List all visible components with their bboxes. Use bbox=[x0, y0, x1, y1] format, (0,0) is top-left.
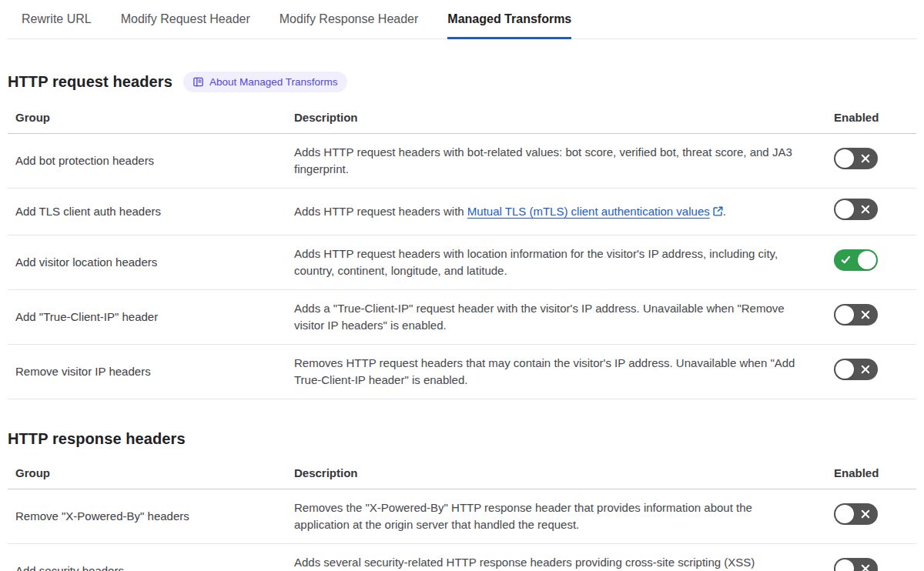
description-cell: Removes the "X-Powered-By" HTTP response… bbox=[286, 489, 826, 544]
description-cell: Adds HTTP request headers with location … bbox=[286, 235, 826, 290]
response-headers-title: HTTP response headers bbox=[8, 430, 186, 448]
column-header-group: Group bbox=[8, 459, 286, 489]
tab-modify-response-header[interactable]: Modify Response Header bbox=[280, 10, 419, 39]
description-cell: Adds a "True-Client-IP" request header w… bbox=[286, 290, 826, 345]
toggle-knob bbox=[835, 559, 854, 571]
book-icon bbox=[192, 76, 204, 88]
table-row: Add "True-Client-IP" header Adds a "True… bbox=[8, 290, 916, 345]
column-header-enabled: Enabled bbox=[826, 459, 916, 489]
toggle-knob bbox=[835, 360, 854, 379]
request-headers-table: Group Description Enabled Add bot protec… bbox=[8, 103, 916, 399]
enabled-toggle[interactable] bbox=[834, 558, 878, 571]
tab-bar: Rewrite URLModify Request HeaderModify R… bbox=[8, 0, 916, 39]
table-row: Add visitor location headers Adds HTTP r… bbox=[8, 235, 916, 290]
check-icon bbox=[841, 255, 851, 265]
tab-managed-transforms[interactable]: Managed Transforms bbox=[447, 10, 571, 39]
table-header-row: Group Description Enabled bbox=[8, 103, 916, 134]
group-cell: Add TLS client auth headers bbox=[8, 189, 286, 235]
toggle-knob bbox=[835, 149, 854, 168]
about-managed-transforms-label: About Managed Transforms bbox=[209, 77, 338, 88]
table-row: Add security headers Adds several securi… bbox=[8, 544, 916, 571]
mtls-values-link[interactable]: Mutual TLS (mTLS) client authentication … bbox=[467, 205, 710, 218]
toggle-knob bbox=[835, 200, 854, 219]
managed-transforms-page: Rewrite URLModify Request HeaderModify R… bbox=[8, 0, 916, 571]
enabled-toggle[interactable] bbox=[834, 359, 878, 380]
about-managed-transforms-link[interactable]: About Managed Transforms bbox=[183, 72, 347, 92]
group-cell: Add bot protection headers bbox=[8, 134, 286, 189]
enabled-toggle[interactable] bbox=[834, 249, 878, 271]
description-cell: Adds HTTP request headers with Mutual TL… bbox=[286, 189, 826, 235]
group-cell: Remove visitor IP headers bbox=[8, 345, 286, 399]
tab-rewrite-url[interactable]: Rewrite URL bbox=[22, 10, 92, 39]
column-header-group: Group bbox=[8, 103, 286, 134]
x-icon bbox=[861, 205, 870, 214]
toggle-knob bbox=[835, 505, 854, 523]
group-cell: Add "True-Client-IP" header bbox=[8, 290, 286, 345]
group-cell: Add security headers bbox=[8, 544, 286, 571]
x-icon bbox=[861, 310, 870, 319]
enabled-toggle[interactable] bbox=[834, 148, 878, 169]
column-header-description: Description bbox=[286, 103, 826, 134]
group-cell: Add visitor location headers bbox=[8, 235, 286, 290]
x-icon bbox=[861, 564, 870, 571]
description-cell: Adds several security-related HTTP respo… bbox=[286, 544, 826, 571]
toggle-knob bbox=[858, 251, 876, 269]
request-headers-title: HTTP request headers bbox=[8, 73, 172, 91]
toggle-knob bbox=[835, 306, 854, 324]
response-headers-section: HTTP response headers Group Description … bbox=[8, 430, 916, 571]
column-header-enabled: Enabled bbox=[826, 103, 916, 134]
x-icon bbox=[861, 365, 870, 374]
description-cell: Adds HTTP request headers with bot-relat… bbox=[286, 134, 826, 189]
x-icon bbox=[861, 154, 870, 163]
enabled-toggle[interactable] bbox=[834, 199, 878, 220]
table-row: Remove "X-Powered-By" headers Removes th… bbox=[8, 489, 916, 544]
x-icon bbox=[861, 509, 870, 519]
enabled-toggle[interactable] bbox=[834, 304, 878, 326]
table-header-row: Group Description Enabled bbox=[8, 459, 916, 489]
table-row: Remove visitor IP headers Removes HTTP r… bbox=[8, 345, 916, 399]
group-cell: Remove "X-Powered-By" headers bbox=[8, 489, 286, 544]
enabled-toggle[interactable] bbox=[834, 503, 878, 525]
table-row: Add TLS client auth headers Adds HTTP re… bbox=[8, 189, 916, 235]
table-row: Add bot protection headers Adds HTTP req… bbox=[8, 134, 916, 189]
description-cell: Removes HTTP request headers that may co… bbox=[286, 345, 826, 399]
external-link-icon bbox=[713, 206, 723, 216]
column-header-description: Description bbox=[286, 459, 826, 489]
response-headers-table: Group Description Enabled Remove "X-Powe… bbox=[8, 459, 916, 571]
tab-modify-request-header[interactable]: Modify Request Header bbox=[121, 10, 250, 39]
request-headers-section: HTTP request headers About Managed Trans… bbox=[8, 72, 916, 399]
